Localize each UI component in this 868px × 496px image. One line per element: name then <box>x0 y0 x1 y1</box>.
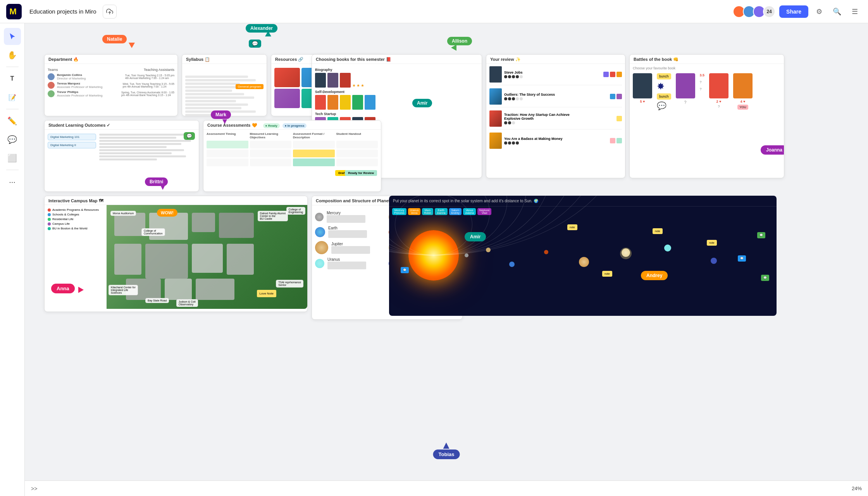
mark-label: Mark <box>211 110 231 119</box>
map-label-morse: Morse Auditorium <box>110 211 136 216</box>
more-tool[interactable]: ··· <box>4 173 21 190</box>
svg-text:M: M <box>9 7 17 16</box>
assess-cell-9 <box>207 158 248 166</box>
assess-cell-4 <box>336 141 378 148</box>
frame-tool[interactable]: ⬜ <box>4 150 21 167</box>
bottombar: >> 24% <box>25 480 868 496</box>
legend-item-bu: BU in Boston & the World <box>48 227 103 230</box>
slo-node-1: Digital Marketing 101 <box>48 134 96 140</box>
review-frame-body: Steve Jobs <box>486 64 625 157</box>
pen-tool[interactable]: ✏️ <box>4 112 21 129</box>
assess-cell-11 <box>293 158 335 166</box>
review-book-3: Traction: How Any Startup Can Achieve Ex… <box>489 110 622 129</box>
solar-sticky-3: note <box>653 228 663 234</box>
solar-sticky-1: note <box>567 224 577 230</box>
tobias-area: Tobias <box>433 443 460 459</box>
campus-frame-title: Interactive Campus Map 🗺 <box>45 196 307 205</box>
hand-tool[interactable]: ✋ <box>4 46 21 64</box>
building-8 <box>227 244 254 275</box>
search-icon[interactable]: 🔍 <box>830 5 844 19</box>
review-book-2: Outliers: The Story of Success <box>489 88 622 107</box>
book-3 <box>340 73 351 88</box>
earth-name: Earth <box>328 226 367 230</box>
zoom-level: 24% <box>852 486 862 491</box>
assess-cell-2 <box>250 141 292 148</box>
dept-avatar-1 <box>48 73 55 80</box>
slo-content: Digital Marketing 101 Digital Marketing … <box>48 134 196 162</box>
earth-orbit <box>509 262 515 267</box>
neptune-orbit <box>711 258 717 264</box>
slo-node-2: Digital Marketing II <box>48 142 96 148</box>
cursor-tool[interactable] <box>4 28 21 45</box>
map-label-judson: Judson & CoitObservatory <box>176 299 198 307</box>
book-8 <box>365 95 375 110</box>
campus-sticky: Love Note <box>257 290 276 297</box>
syllabus-lines <box>182 73 267 116</box>
syllabus-body: General program <box>182 73 267 116</box>
settings-icon[interactable]: ⚙ <box>812 5 826 19</box>
battle-cover-3 <box>709 73 728 98</box>
comment-tool[interactable]: 💬 <box>4 131 21 148</box>
review-frame-title: Your review ✨ <box>486 55 625 64</box>
mercury-circle <box>315 213 324 221</box>
legend-item-residential: Residential Life <box>48 217 103 221</box>
resource-1 <box>274 68 300 87</box>
assessments-body: Assessment Timing Measured Learning Obje… <box>203 130 381 170</box>
assessments-frame-title: Course Assessments 🧡 ● Ready ● In progre… <box>203 121 381 130</box>
uranus-name: Uranus <box>327 257 366 262</box>
slo-frame-body: Digital Marketing 101 Digital Marketing … <box>45 130 199 164</box>
alexander-chat-bubble: 💬 <box>249 40 261 48</box>
map-label-comm: College ofCommunication <box>141 228 165 236</box>
review-cover-1 <box>489 66 502 83</box>
solar-sticky-2: note <box>602 271 612 277</box>
mercury-desc <box>327 215 365 223</box>
board-title: Education projects in Miro <box>29 8 96 15</box>
earth-circle <box>315 227 325 237</box>
share-button[interactable]: Share <box>779 5 808 18</box>
planet-row-mercury: Mercury <box>315 211 386 223</box>
campus-body: Academic Programs & Resources Schools & … <box>45 205 307 309</box>
upload-button[interactable] <box>103 5 117 19</box>
venus-orbit <box>486 248 491 252</box>
sticky-tool[interactable]: 📝 <box>4 89 21 106</box>
department-frame-title: Department 🔥 <box>45 55 177 64</box>
planet-row-uranus: Uranus <box>315 257 386 269</box>
building-1 <box>114 213 145 236</box>
saturn-orbit <box>622 248 630 257</box>
department-frame-body: Teams Teaching Assistants Benjamin Colli… <box>45 64 177 100</box>
books-row-selfdev <box>315 95 479 110</box>
map-label-alumni: Dahod Family AlumniCenter in theBU Castl… <box>258 211 288 221</box>
badge-progress: ● In progress <box>282 123 307 128</box>
battle-book-2: ? <box>676 73 695 105</box>
text-tool[interactable]: T <box>4 70 21 87</box>
assessments-frame: Course Assessments 🧡 ● Ready ● In progre… <box>203 120 381 192</box>
review-cover-3 <box>489 110 502 127</box>
review-cover-4 <box>489 133 502 149</box>
menu-icon[interactable]: ☰ <box>848 5 862 19</box>
slo-frame-title: Student Learning Outcomes ✓ <box>45 121 199 130</box>
dept-avatar-3 <box>48 90 55 97</box>
allison-arrow <box>451 45 456 51</box>
battles-stickies: bunch ✸ bunch 💬 <box>657 73 671 110</box>
dept-row-1: Benjamin CollinsDirector of Marketing Tu… <box>48 72 174 81</box>
assess-cell-1 <box>207 141 248 148</box>
sticky-1: bunch <box>657 73 671 79</box>
expand-button[interactable]: >> <box>31 486 37 492</box>
books-stars: ★★★ <box>352 73 364 88</box>
syllabus-frame: Syllabus 📋 General program <box>182 54 267 116</box>
jupiter-name: Jupiter <box>331 242 370 246</box>
solar-chat-1: 💬 <box>757 232 765 238</box>
avatar-group: 24 <box>735 5 775 18</box>
assess-row-3 <box>207 158 378 166</box>
dept-avatar-2 <box>48 82 55 89</box>
building-11 <box>196 279 234 300</box>
map-label-klachand: Kilachand Center forIntegrated LifeScien… <box>108 285 138 295</box>
slo-frame: Student Learning Outcomes ✓ Digital Mark… <box>44 120 199 192</box>
andrey-solar-label: Andrey <box>641 271 668 280</box>
resource-5 <box>274 89 300 108</box>
assess-header: Assessment Timing Measured Learning Obje… <box>207 132 378 139</box>
books-row-biography: ★★★ <box>315 73 479 88</box>
building-6 <box>145 244 188 279</box>
topbar: M Education projects in Miro 24 Share ⚙ … <box>0 0 868 23</box>
book-6 <box>340 95 351 110</box>
